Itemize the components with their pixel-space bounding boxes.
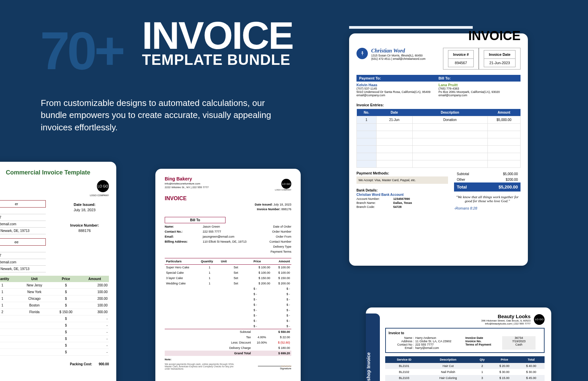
note-text: We accept payments through cash, online … — [165, 363, 234, 370]
seller-name: n Green — [0, 208, 46, 214]
cons-addr: Elliott St Newark, DE, 19713 — [0, 266, 46, 272]
hero-title: INVOICE — [142, 18, 293, 53]
invno-value: 888176 — [60, 227, 109, 234]
bakery-invoice-card: Bing Bakery info@bristleconefurniture.co… — [155, 169, 301, 381]
church-icon — [356, 48, 368, 59]
date-label: Date Issued: — [60, 203, 109, 207]
services-table: Service IDDescriptionQtyPriceTotal BL210… — [385, 356, 545, 381]
company-phone: (631) 472-4511 | email@christianword.com — [371, 57, 426, 60]
quote-ref: -Romans 8:28 — [454, 206, 521, 210]
seller-header: er — [0, 200, 46, 208]
invno-label: Invoice Number: — [60, 223, 109, 227]
invoice-to-box: Invoice to Name :Harry AndersonInvoice D… — [385, 328, 545, 353]
invoice-heading: INVOICE — [356, 29, 521, 43]
beauty-name: Beauty Looks — [481, 313, 531, 319]
logo-icon: LO GO — [534, 314, 545, 325]
billto-header: Bill To — [165, 217, 226, 223]
cons-name: n Green — [0, 246, 46, 252]
bank-details-label: Bank Details: — [356, 188, 448, 192]
logo-label: LOGO COMPANY — [90, 194, 109, 197]
commercial-invoice-card: Commercial Invoice Template LO GO LOGO C… — [0, 162, 116, 381]
note-label: Note: — [165, 358, 291, 361]
logo-icon: LO GO — [281, 179, 291, 189]
company-name: Christian Word — [371, 48, 426, 54]
bank-account-name: Christian Word Bank Account — [356, 193, 448, 197]
logo-icon: LO GO — [97, 180, 109, 192]
hero: 70+ INVOICE TEMPLATE BUNDLE From customi… — [0, 0, 588, 25]
hero-prefix: 70+ — [40, 20, 123, 82]
beauty-invoice-card: Barbershop Invoice Beauty Looks 396 Hick… — [366, 307, 551, 381]
christian-invoice-card: INVOICE Christian Word 1315 Susan Cir Mo… — [349, 33, 528, 266]
logo-label: LOGO COMPANY — [275, 189, 291, 191]
hero-subtitle: TEMPLATE BUNDLE — [142, 51, 293, 68]
bakery-name: Bing Bakery — [165, 176, 291, 181]
cons-email: ngreen@email.com — [0, 259, 46, 266]
beauty-phone: info@beautylooks.com | 222 555 7777 — [481, 322, 531, 325]
side-label: Barbershop Invoice — [366, 313, 380, 381]
commercial-title: Commercial Invoice Template — [0, 169, 109, 180]
company-addr: 1315 Susan Cir Morris, Illinois(IL), 604… — [371, 54, 426, 57]
payment-methods-label: Payment Methods: — [356, 171, 448, 175]
invoice-meta: Invoice #894567 Invoice Date21-Jun-2023 — [443, 48, 521, 70]
consignee-header: ee — [0, 238, 46, 246]
date-value: July 18, 2023 — [60, 207, 109, 213]
invoice-heading: INVOICE — [165, 196, 291, 202]
commercial-table: QuantityUnitPriceAmount 1New Jersy$200.0… — [0, 276, 109, 356]
hero-tagline: From customizable designs to automated c… — [41, 97, 281, 133]
bakery-table: ParticularsQuantityUnitPriceAmount Super… — [165, 258, 291, 356]
beauty-addr: 396 Hickman Street, Oak Brook, IL 60523 — [481, 319, 531, 322]
payment-methods-text: We Accept: Visa, Master Card, Paypal, et… — [356, 176, 448, 184]
entries-table: No.DateDescriptionAmount 121-JunDonation… — [356, 109, 521, 168]
seller-email: ngreen@email.com — [0, 221, 46, 228]
quote-text: "We know that all things work together f… — [454, 192, 521, 206]
cons-phone: 555 7777 — [0, 252, 46, 259]
seller-phone: 555 7777 — [0, 214, 46, 221]
entries-label: Invoice Entries: — [356, 103, 521, 107]
bakery-email: info@bristleconefurniture.com — [165, 182, 291, 185]
bakery-addr: 2222 Wilshire St., NY | 222 555 7777 — [165, 186, 291, 189]
seller-addr: Elliott St Newark, DE, 19713 — [0, 228, 46, 234]
